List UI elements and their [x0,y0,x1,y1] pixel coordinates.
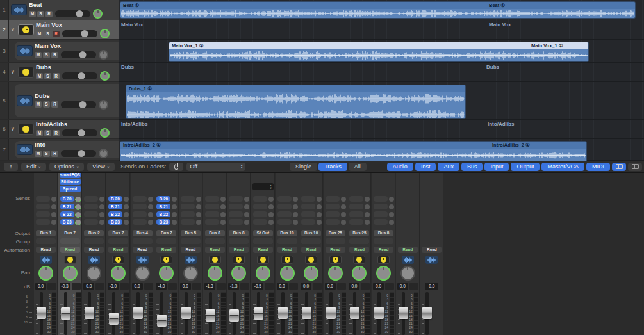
empty-send-slot[interactable] [374,219,388,225]
send-level-knob[interactable] [99,204,104,209]
track-header-row-5[interactable]: 5DubsMSR [0,82,119,120]
channel-fader[interactable]: 0369121518212430 [276,292,299,335]
send-level-knob[interactable] [51,212,56,217]
disclosure-chevron-icon[interactable]: ∨ [11,70,16,75]
output-button[interactable]: Bus 25 [326,230,345,236]
fader-cap[interactable] [326,307,336,319]
mute-button[interactable]: M [35,101,42,108]
send-level-knob[interactable] [99,212,104,217]
channel-fader[interactable]: 0369121518212430 [347,292,371,335]
output-button[interactable]: Bus 4 [133,230,153,236]
empty-send-slot[interactable] [326,196,340,202]
fader-cap[interactable] [399,307,408,319]
track-header-row-2[interactable]: 2∨Main VoxMSR [0,20,119,40]
output-button[interactable]: Bus 10 [277,230,297,236]
send-level-knob[interactable] [365,197,370,202]
send-level-knob[interactable] [148,220,153,225]
channel-fader[interactable]: 0369121518212430 [106,292,130,335]
empty-send-slot[interactable] [349,211,363,217]
channel-strip-14[interactable]: Bus 25Read0.00369121518212430 [347,173,371,335]
pan-knob[interactable] [99,50,108,60]
track-header-row-7[interactable]: 7IntoMSR [0,139,119,161]
track-header-row-3[interactable]: 3Main VoxMSR [0,40,119,63]
track-header-row-6[interactable]: 6∨Into/AdlibsMSR [0,120,119,139]
empty-send-slot[interactable] [253,211,267,217]
send-level-knob[interactable] [99,197,104,202]
pan-knob[interactable] [352,266,367,281]
channel-fader[interactable]: 0369121518212430 [154,292,178,335]
send-slot-b-23[interactable]: B 23 [156,219,170,225]
empty-send-slot[interactable] [349,204,363,209]
group-slot[interactable] [229,238,249,244]
send-level-knob[interactable] [268,197,274,202]
pan-knob[interactable] [38,266,53,281]
channel-strip-6[interactable]: B 20B 21B 22B 23Bus 7Read-4.003691215182… [154,173,178,335]
fader-cap[interactable] [254,307,263,320]
solo-button[interactable]: S [43,101,50,108]
automation-mode-button[interactable]: Read [229,247,249,253]
automation-mode-button[interactable]: Read [301,247,321,253]
channel-strip-2[interactable]: smartEQ3SibilanceSpreadB 20B 21B 22B 23B… [58,173,82,335]
send-level-knob[interactable] [124,204,129,209]
pan-knob[interactable] [304,266,318,281]
channel-fader[interactable]: 0369121518212430 [372,292,395,335]
fader-cap[interactable] [229,309,239,322]
empty-send-slot[interactable] [205,219,219,225]
send-level-knob[interactable] [196,212,201,217]
channel-fader[interactable]: 0369121518212430 [179,292,202,335]
send-level-knob[interactable] [317,212,322,217]
group-slot[interactable] [326,238,345,244]
send-level-knob[interactable] [220,197,226,202]
pan-knob[interactable] [208,266,222,281]
record-enable-button[interactable]: R [45,11,53,17]
send-level-knob[interactable] [172,197,177,202]
empty-send-slot[interactable] [277,211,292,217]
output-button[interactable]: Bus 1 [36,230,56,236]
sends-on-faders-select[interactable]: Off ▴▾ [186,163,245,171]
send-level-knob[interactable] [124,220,129,225]
playhead[interactable] [133,0,133,161]
send-slot-b-23[interactable]: B 23 [60,219,74,225]
output-button[interactable]: Bus 25 [349,230,369,236]
pan-knob[interactable] [376,266,391,281]
automation-mode-button[interactable]: Read [156,247,176,253]
empty-send-slot[interactable] [326,211,340,217]
channel-fader[interactable]: 0369121518212430 [203,292,227,335]
audio-region-main-vox-1[interactable]: Main Vox_1 ①Main Vox_1 ① [169,42,589,62]
volume-slider-knob[interactable] [78,150,85,157]
fader-cap[interactable] [37,307,46,319]
pan-knob[interactable] [99,100,108,110]
channel-strip-8[interactable]: Bus 8Read-1.30369121518212430 [203,173,227,335]
empty-send-slot[interactable] [253,196,267,202]
pan-knob[interactable] [256,266,270,281]
send-level-knob[interactable] [341,212,346,217]
automation-mode-button[interactable]: Read [277,247,297,253]
send-level-knob[interactable] [293,220,298,225]
volume-slider[interactable] [61,150,96,157]
automation-mode-button[interactable]: Read [374,247,393,253]
send-level-knob[interactable] [148,197,153,202]
fader-cap[interactable] [302,307,311,319]
send-level-knob[interactable] [389,212,394,217]
automation-mode-button[interactable]: Read [349,247,369,253]
automation-mode-button[interactable]: Read [108,247,128,253]
group-slot[interactable] [108,238,128,244]
empty-send-slot[interactable] [133,219,147,225]
send-level-knob[interactable] [76,204,81,209]
pan-knob[interactable] [93,9,103,19]
channel-fader[interactable]: 0369121518212430 [131,292,154,335]
menu-button-view[interactable]: View∨ [87,163,115,171]
send-level-knob[interactable] [124,197,129,202]
sends-on-faders-power-button[interactable] [169,163,183,171]
empty-send-slot[interactable] [277,219,292,225]
empty-send-slot[interactable] [205,211,219,217]
group-slot[interactable] [133,238,153,244]
filter-button-bus[interactable]: Bus [461,163,483,171]
empty-send-slot[interactable] [374,211,388,217]
empty-send-slot[interactable] [253,219,267,225]
pan-knob[interactable] [400,266,415,281]
channel-fader[interactable]: 0369121518212430 [324,292,347,335]
send-level-knob[interactable] [389,204,394,209]
send-level-knob[interactable] [244,212,249,217]
empty-send-slot[interactable] [181,196,195,202]
